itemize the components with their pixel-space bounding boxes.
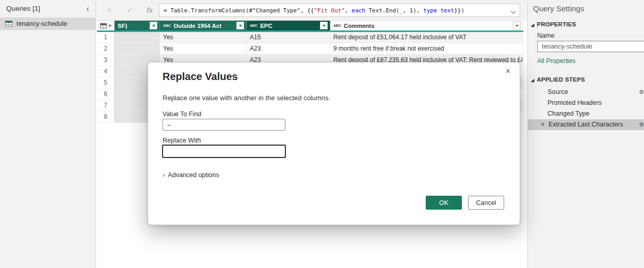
collapse-triangle-icon: ◢ xyxy=(531,78,534,83)
formula-input[interactable]: = Table.TransformColumns(#"Changed Type"… xyxy=(159,4,520,17)
column-header-outside-1954-act[interactable]: ABC Outside 1954 Act xyxy=(160,21,247,30)
applied-steps-section-header[interactable]: ◢APPLIED STEPS xyxy=(531,76,585,83)
grid-header-row: SF) ABC Outside 1954 Act ABC EPC ABC Com… xyxy=(97,21,523,32)
text-type-icon: ABC xyxy=(163,24,171,27)
cell-epc[interactable]: A23 xyxy=(247,43,330,55)
row-number[interactable]: 6 xyxy=(97,89,115,100)
query-settings-title: Query Settings xyxy=(533,4,584,13)
queries-pane-title: Queries [1] xyxy=(6,5,40,12)
row-number[interactable]: 5 xyxy=(97,77,115,89)
cell-comments[interactable]: 9 months rent free if break not exercise… xyxy=(330,43,523,55)
formula-segment: , xyxy=(345,7,351,14)
cell-sf[interactable] xyxy=(115,43,160,55)
cancel-formula-icon[interactable]: × xyxy=(107,0,111,21)
filter-icon[interactable] xyxy=(320,22,328,29)
replace-with-label: Replace With xyxy=(163,137,201,144)
power-query-editor-window: Queries [1] ‹ tenancy-schedule × ✓ fx = … xyxy=(0,0,644,268)
formula-segment: type text xyxy=(423,7,454,14)
queries-pane-header: Queries [1] ‹ xyxy=(0,0,95,18)
replace-with-input[interactable] xyxy=(162,145,286,158)
queries-pane: Queries [1] ‹ tenancy-schedule xyxy=(0,0,96,268)
properties-section-header[interactable]: ◢PROPERTIES xyxy=(531,21,576,27)
formula-segment: Text.End(_, 1), xyxy=(365,7,424,14)
dialog-description: Replace one value with another in the se… xyxy=(163,94,330,102)
cancel-button[interactable]: Cancel xyxy=(468,196,504,210)
select-all-cell[interactable] xyxy=(97,21,115,30)
replace-values-dialog: × Replace Values Replace one value with … xyxy=(148,62,520,225)
value-to-find-label: Value To Find xyxy=(163,111,201,118)
table-icon xyxy=(100,23,107,28)
filter-icon[interactable] xyxy=(513,22,521,29)
row-number[interactable]: 2 xyxy=(97,43,115,55)
table-row: 2 Yes A23 9 months rent free if break no… xyxy=(97,43,523,55)
text-type-icon: ABC xyxy=(333,24,341,27)
all-properties-link[interactable]: All Properties xyxy=(537,57,575,65)
commit-formula-icon[interactable]: ✓ xyxy=(127,0,133,21)
chevron-down-icon xyxy=(108,25,111,27)
applied-step-extracted-last-characters[interactable]: × Extracted Last Characters ⚙ xyxy=(528,119,644,130)
applied-step-changed-type[interactable]: Changed Type xyxy=(528,108,644,119)
delete-step-icon[interactable]: × xyxy=(541,119,544,130)
cell-outside[interactable]: Yes xyxy=(160,43,247,55)
applied-step-source[interactable]: Source ⚙ xyxy=(528,87,644,98)
row-number[interactable]: 7 xyxy=(97,100,115,112)
gear-icon[interactable]: ⚙ xyxy=(639,119,644,130)
filter-icon[interactable] xyxy=(150,22,157,29)
query-item-label: tenancy-schedule xyxy=(17,20,67,27)
column-header-comments[interactable]: ABC Comments xyxy=(330,21,523,30)
filter-icon[interactable] xyxy=(236,22,244,29)
formula-segment: "Fit Out" xyxy=(314,7,345,14)
applied-steps-list: Source ⚙ Promoted Headers Changed Type ×… xyxy=(528,87,644,130)
cell-sf[interactable] xyxy=(115,32,160,43)
advanced-options-label: Advanced options xyxy=(168,171,219,179)
row-number[interactable]: 8 xyxy=(97,112,115,123)
table-row: 1 Yes A15 Rent deposit of £51,064.17 hel… xyxy=(97,32,523,43)
formula-segment: each xyxy=(351,7,365,14)
name-label: Name xyxy=(537,32,554,39)
formula-segment: = Table.TransformColumns(#"Changed Type"… xyxy=(164,7,314,14)
advanced-options-toggle[interactable]: ›Advanced options xyxy=(163,171,219,179)
collapse-triangle-icon: ◢ xyxy=(531,23,534,27)
query-settings-panel: Query Settings ◢PROPERTIES Name All Prop… xyxy=(527,0,644,268)
formula-segment: }}) xyxy=(454,7,464,14)
row-number[interactable]: 1 xyxy=(97,32,115,43)
chevron-down-icon[interactable] xyxy=(511,9,516,14)
applied-step-promoted-headers[interactable]: Promoted Headers xyxy=(528,98,644,108)
cell-outside[interactable]: Yes xyxy=(160,32,247,43)
collapse-pane-icon[interactable]: ‹ xyxy=(86,0,89,18)
query-item-tenancy-schedule[interactable]: tenancy-schedule xyxy=(0,18,95,30)
column-header-sf[interactable]: SF) xyxy=(115,21,160,30)
gear-icon[interactable]: ⚙ xyxy=(639,87,644,98)
row-number[interactable]: 3 xyxy=(97,55,115,66)
dialog-title: Replace Values xyxy=(163,71,238,83)
close-icon[interactable]: × xyxy=(506,67,510,76)
value-to-find-input[interactable] xyxy=(163,119,285,131)
formula-bar: × ✓ fx = Table.TransformColumns(#"Change… xyxy=(96,0,527,21)
table-icon xyxy=(5,21,12,26)
ok-button[interactable]: OK xyxy=(426,196,462,210)
column-header-epc[interactable]: ABC EPC xyxy=(247,21,330,30)
fx-icon[interactable]: fx xyxy=(146,0,152,21)
cell-comments[interactable]: Rent deposit of £51,064.17 held inclusiv… xyxy=(330,32,523,43)
query-name-input[interactable] xyxy=(537,41,644,52)
cell-epc[interactable]: A15 xyxy=(247,32,330,43)
text-type-icon: ABC xyxy=(250,24,257,27)
chevron-right-icon: › xyxy=(163,171,165,179)
row-number[interactable]: 4 xyxy=(97,66,115,77)
